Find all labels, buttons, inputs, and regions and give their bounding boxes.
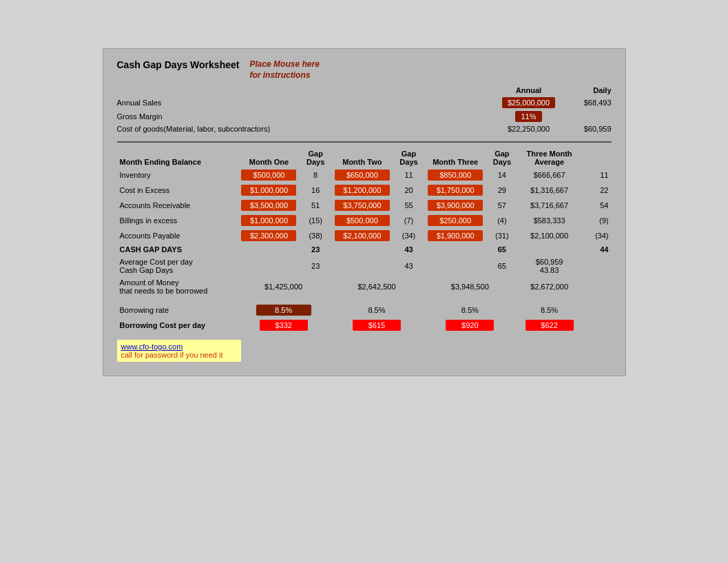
borrow-cost-label: Borrowing Cost per day [117, 318, 237, 333]
cash-gap-g2: 43 [394, 243, 423, 256]
worksheet-title: Cash Gap Days Worksheet [117, 59, 240, 70]
borrow-rate-r1: 8.5% [256, 305, 311, 316]
borrow-cost-c1: $332 [260, 320, 308, 331]
amount-borrow-m3: $3,948,500 [424, 276, 517, 297]
main-table: Month Ending Balance Month One Gap Days … [117, 148, 612, 333]
ar-m3-badge: $3,900,000 [428, 200, 483, 211]
ap-m1: $2,300,000 [237, 228, 301, 243]
ar-avgn: 54 [582, 198, 611, 213]
daily-col-header: Daily [563, 86, 612, 94]
cash-gap-m3-empty [424, 243, 488, 256]
avg-cost-cgd-avg: 43.83 [519, 266, 579, 274]
inventory-m3: $850,000 [424, 167, 488, 183]
avg-cost-cgd3: 65 [488, 256, 517, 276]
ap-avgn: (34) [582, 228, 611, 243]
ar-g3: 57 [488, 198, 517, 213]
cash-gap-row: CASH GAP DAYS 23 43 65 44 [117, 243, 612, 256]
borrow-rate-r2: 8.5% [368, 306, 385, 314]
billings-m3: $250,000 [424, 213, 488, 228]
cash-gap-g3: 65 [488, 243, 517, 256]
ar-g2: 55 [394, 198, 423, 213]
inventory-m1: $500,000 [237, 167, 301, 183]
billings-avg: $583,333 [517, 213, 582, 228]
annual-sales-label: Annual Sales [117, 99, 495, 107]
col-header-label: Month Ending Balance [117, 148, 237, 167]
cost-excess-m2-badge: $1,200,000 [335, 185, 390, 196]
cash-gap-avgn: 44 [582, 243, 611, 256]
borrow-cost-row: Borrowing Cost per day $332 $615 $920 $6… [117, 318, 612, 333]
ap-m1-badge: $2,300,000 [241, 230, 296, 241]
cost-excess-row: Cost in Excess $1,000,000 16 $1,200,000 … [117, 183, 612, 198]
inventory-m2-badge: $650,000 [335, 170, 390, 181]
amount-borrow-m1: $1,425,000 [237, 276, 330, 297]
borrow-rate-label: Borrowing rate [117, 303, 237, 318]
footer-note: call for password if you need it [121, 351, 237, 359]
billings-avgn: (9) [582, 213, 611, 228]
ap-g2: (34) [394, 228, 423, 243]
ar-m3: $3,900,000 [424, 198, 488, 213]
avg-cost-cgd2: 43 [394, 256, 423, 276]
annual-col-header: Annual [495, 86, 563, 94]
ap-label: Accounts Payable [117, 228, 237, 243]
cash-gap-m1-empty [237, 243, 301, 256]
inventory-g2: 11 [394, 167, 423, 183]
inventory-m2: $650,000 [330, 167, 394, 183]
ap-m3-badge: $1,900,000 [428, 230, 483, 241]
borrow-cost-c3: $920 [446, 320, 494, 331]
cost-excess-m2: $1,200,000 [330, 183, 394, 198]
borrow-cost-cavg: $622 [526, 320, 574, 331]
cash-gap-avg-empty [517, 243, 582, 256]
inventory-g1: 8 [301, 167, 330, 183]
ar-m2-badge: $3,750,000 [335, 200, 390, 211]
header-row: Cash Gap Days Worksheet Place Mouse here… [117, 59, 612, 81]
cost-excess-m1: $1,000,000 [237, 183, 301, 198]
cost-excess-m3: $1,750,000 [424, 183, 488, 198]
cash-gap-label: CASH GAP DAYS [117, 243, 237, 256]
col-header-month2: Month Two [330, 148, 394, 167]
billings-g1: (15) [301, 213, 330, 228]
billings-m1: $1,000,000 [237, 213, 301, 228]
avg-cost-label2: Cash Gap Days [120, 266, 234, 274]
gross-margin-value: 11% [495, 111, 563, 122]
cogs-label: Cost of goods(Material, labor, subcontra… [117, 125, 495, 133]
inventory-avgn: 11 [582, 167, 611, 183]
cost-excess-g3: 29 [488, 183, 517, 198]
billings-excess-label: Billings in excess [117, 213, 237, 228]
annual-daily-header: Annual Daily [117, 86, 612, 94]
ar-g1: 51 [301, 198, 330, 213]
amount-borrow-label1: Amount of Money [120, 278, 234, 287]
cogs-value: $22,250,000 [495, 125, 563, 133]
col-header-gap2: Gap Days [394, 148, 423, 167]
cost-excess-g1: 16 [301, 183, 330, 198]
cogs-row: Cost of goods(Material, labor, subcontra… [117, 123, 612, 134]
inventory-label: Inventory [117, 167, 237, 183]
gross-margin-row: Gross Margin 11% [117, 110, 612, 123]
footer-link[interactable]: www.cfo-togo.com [121, 342, 237, 351]
gross-margin-badge: 11% [515, 111, 541, 122]
section-divider [117, 141, 612, 143]
table-header-row: Month Ending Balance Month One Gap Days … [117, 148, 612, 167]
instructions-line2: for instructions [249, 70, 319, 81]
borrow-rate-r3: 8.5% [461, 306, 479, 314]
billings-g3: (4) [488, 213, 517, 228]
amount-borrow-label2: that needs to be borrowed [120, 287, 234, 295]
cogs-daily: $60,959 [563, 125, 612, 133]
cost-excess-m1-badge: $1,000,000 [241, 185, 296, 196]
col-header-gap3: Gap Days [488, 148, 517, 167]
footer-section: www.cfo-togo.com call for password if yo… [117, 340, 241, 362]
billings-m3-badge: $250,000 [428, 215, 483, 226]
ap-m3: $1,900,000 [424, 228, 488, 243]
cost-excess-avgn: 22 [582, 183, 611, 198]
ar-avg: $3,716,667 [517, 198, 582, 213]
col-header-avg: Three Month Average [517, 148, 582, 167]
cost-excess-avg: $1,316,667 [517, 183, 582, 198]
instructions-text[interactable]: Place Mouse here for instructions [249, 59, 319, 81]
billings-excess-row: Billings in excess $1,000,000 (15) $500,… [117, 213, 612, 228]
col-header-month1: Month One [237, 148, 301, 167]
borrow-rate-row: Borrowing rate 8.5% 8.5% 8.5% 8.5% [117, 303, 612, 318]
cash-gap-m2-empty [330, 243, 394, 256]
amount-borrow-row: Amount of Money that needs to be borrowe… [117, 276, 612, 297]
ap-m2: $2,100,000 [330, 228, 394, 243]
billings-g2: (7) [394, 213, 423, 228]
cost-excess-g2: 20 [394, 183, 423, 198]
